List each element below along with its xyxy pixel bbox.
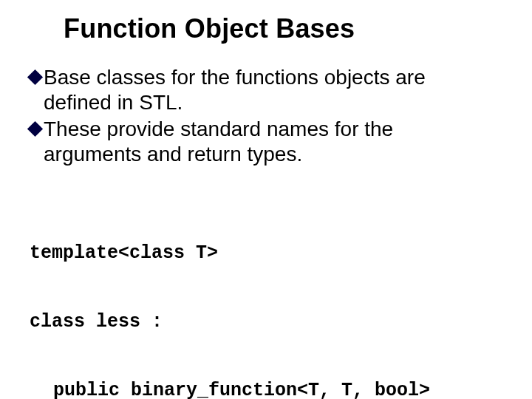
code-block: template<class T> class less : public bi… bbox=[30, 196, 511, 399]
bullet-text: These provide standard names for the arg… bbox=[44, 117, 487, 167]
bullet-text: Base classes for the functions objects a… bbox=[44, 65, 487, 115]
code-text: public binary_function<T, T, bool> bbox=[53, 380, 430, 399]
bullet-item: These provide standard names for the arg… bbox=[30, 117, 511, 167]
slide-title: Function Object Bases bbox=[64, 13, 511, 44]
code-line: class less : bbox=[30, 310, 511, 333]
bullet-diamond-icon bbox=[27, 69, 43, 85]
bullet-item: Base classes for the functions objects a… bbox=[30, 65, 511, 115]
code-line: public binary_function<T, T, bool> bbox=[30, 379, 511, 399]
code-line: template<class T> bbox=[30, 242, 511, 265]
bullet-diamond-icon bbox=[27, 121, 43, 137]
bullet-list: Base classes for the functions objects a… bbox=[30, 65, 511, 168]
slide: Function Object Bases Base classes for t… bbox=[0, 0, 532, 399]
